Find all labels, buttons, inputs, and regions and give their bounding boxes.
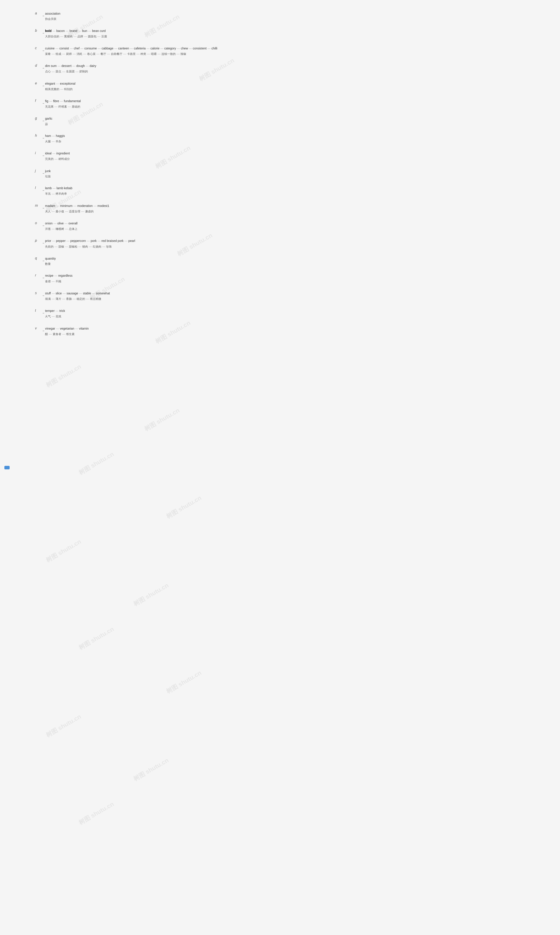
word-en: vinegar [45, 326, 55, 331]
rows-container: lamb — lamb kebab羊羔 — 烤羊肉串 [45, 186, 72, 197]
word-zh: 卷心菜 [87, 51, 95, 57]
separator-dash-zh: — [75, 69, 78, 74]
row-english: elegant — exceptional [45, 81, 75, 86]
word-zh: 火气 [45, 314, 51, 319]
separator-dash: — [52, 238, 55, 244]
rows-container: dim sum — dessert — dough — dairy点心 — 甜点… [45, 63, 96, 75]
word-en: trick [60, 308, 65, 314]
word-en: lamb [45, 186, 52, 191]
separator-dash: — [56, 81, 59, 86]
tree-row: quantity数量 [45, 256, 56, 267]
section-e: eelegant — exceptional精美优雅的 — 特别的 [35, 81, 551, 92]
word-en: elegant [45, 81, 55, 86]
row-chinese: 无花果 — 纤维素 — 基础的 [45, 104, 81, 109]
tree-row: dim sum — dessert — dough — dairy点心 — 甜点… [45, 63, 96, 74]
row-english: recipe — regardless [45, 273, 72, 278]
word-en: chew [181, 46, 188, 51]
row-chinese: 先前的 — 甜椒 — 甜椒粒 — 猪肉 — 红烧肉 — 珍珠 [45, 244, 135, 249]
word-en: consume [85, 46, 97, 51]
word-en: dairy [90, 63, 96, 69]
word-zh: 洋葱 [45, 226, 51, 231]
row-chinese: 洋葱 — 橄榄树 — 总体上 [45, 226, 77, 232]
word-zh: 奶制的 [79, 69, 88, 74]
section-letter: v [35, 326, 39, 330]
word-zh: 火腿 [45, 139, 51, 144]
rows-container: fig — fibre — fundamental无花果 — 纤维素 — 基础的 [45, 98, 81, 110]
section-inner: eelegant — exceptional精美优雅的 — 特别的 [35, 81, 551, 92]
bracket-svg [41, 309, 44, 317]
section-letter: c [35, 46, 39, 50]
bracket-svg [41, 64, 44, 72]
word-en: regardless [58, 273, 72, 278]
row-english: quantity [45, 256, 56, 261]
word-en: pepper [56, 238, 66, 244]
section-letter: p [35, 238, 39, 243]
separator-dash-zh: — [60, 34, 63, 39]
word-en: haggis [56, 133, 65, 138]
word-zh: 餐厅 [100, 51, 106, 57]
separator-dash-zh: — [65, 209, 68, 214]
word-zh: 熏猪肉 [64, 34, 72, 39]
section-j: jjunk垃圾 [35, 168, 551, 180]
word-zh: 蒜 [45, 121, 48, 127]
separator-dash: — [92, 291, 95, 296]
word-zh: 种类 [140, 51, 146, 57]
separator-dash-zh: — [60, 86, 63, 92]
separator-dash-zh: — [84, 34, 87, 39]
separator-dash: — [88, 28, 91, 34]
word-zh: 精美优雅的 [45, 87, 59, 92]
word-zh: 连续一致的 [162, 51, 175, 57]
word-en: bean curd [92, 28, 106, 34]
row-chinese: 填满 — 薄片 — 香肠 — 稳定的 — 有点稍微 [45, 296, 110, 301]
word-zh: 协会关联 [45, 16, 57, 22]
separator-dash: — [86, 63, 89, 69]
separator-dash: — [52, 133, 55, 138]
word-zh: 豆腐 [101, 34, 107, 39]
section-letter: i [35, 151, 39, 155]
separator-dash: — [130, 46, 133, 51]
section-inner: mmadam — minimum — moderation — modest1夫… [35, 203, 551, 215]
rows-container: quantity数量 [45, 256, 56, 267]
word-zh: 醋 [45, 332, 48, 337]
separator-dash: — [125, 238, 128, 244]
separator-dash-zh: — [97, 34, 100, 39]
word-zh: 材料成分 [58, 156, 70, 161]
section-f: ffig — fibre — fundamental无花果 — 纤维素 — 基础… [35, 98, 551, 110]
word-en: madam [45, 203, 55, 209]
word-zh: 圆面包 [88, 34, 97, 39]
section-letter: e [35, 82, 39, 85]
word-zh: 总体上 [69, 226, 77, 231]
row-chinese: 食谱 — 不顾 [45, 278, 72, 284]
tree-container: aassociation协会关联bbold — bacon — brand — … [26, 5, 560, 930]
section-v: vvinegar — vegetarian — vitamin醋 — 素食者 —… [35, 326, 551, 337]
word-en: dim sum [45, 63, 57, 69]
word-en: vegetarian [60, 326, 74, 331]
bracket-svg [41, 12, 44, 20]
section-letter: f [35, 99, 39, 103]
separator-dash: — [66, 238, 69, 244]
word-zh: 甜椒 [58, 244, 64, 249]
separator-dash-zh: — [54, 104, 57, 109]
section-b: bbold — bacon — brand — bun — bean curd大… [35, 28, 551, 40]
word-en: cafeteria [134, 46, 146, 51]
separator-dash-zh: — [52, 314, 55, 319]
section-letter: j [35, 169, 39, 173]
tree-row: prior — pepper — peppercorn — pork — red… [45, 238, 135, 249]
word-en: chef [74, 46, 79, 51]
row-chinese: 火腿 — 羊杂 [45, 138, 65, 144]
section-inner: ccuisine — consist — chef — consume — ca… [35, 46, 551, 57]
word-zh: 甜点 [55, 69, 61, 74]
word-zh: 无花果 [45, 104, 54, 109]
word-en: consist [60, 46, 69, 51]
row-chinese: 夫人 — 最小值 — 适度合理 — 谦虚的 [45, 209, 109, 214]
bracket-svg [41, 239, 44, 248]
section-inner: hham — haggis火腿 — 羊杂 [35, 133, 551, 145]
word-en: quantity [45, 256, 56, 261]
separator-dash-zh: — [62, 51, 65, 57]
separator-dash: — [53, 221, 57, 226]
bracket-svg [41, 117, 44, 125]
bracket-svg [41, 186, 44, 195]
tree-row: onion — olive — overall洋葱 — 橄榄树 — 总体上 [45, 221, 77, 232]
row-english: dim sum — dessert — dough — dairy [45, 63, 96, 69]
separator-dash: — [63, 291, 66, 296]
